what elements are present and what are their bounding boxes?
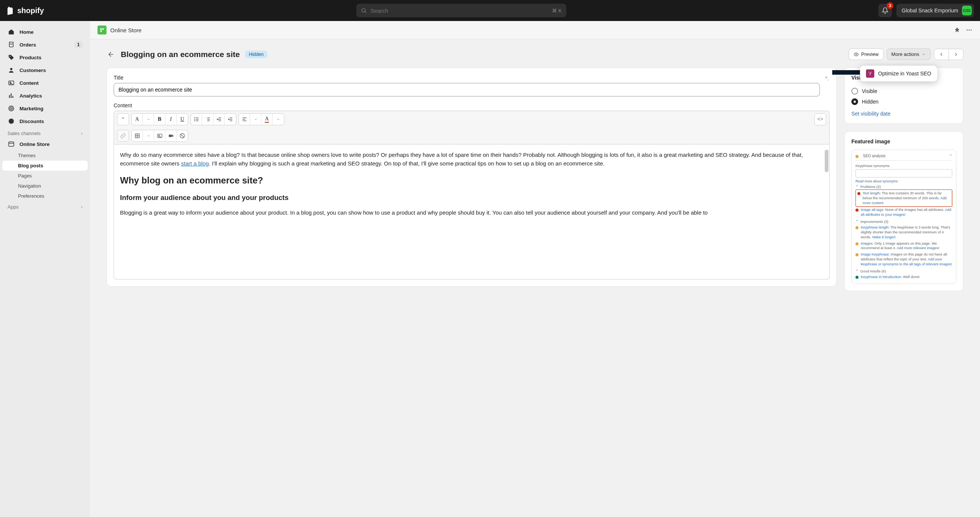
- set-visibility-date-link[interactable]: Set visibility date: [851, 111, 890, 116]
- svg-text:1: 1: [205, 116, 206, 118]
- next-record-button[interactable]: [949, 49, 963, 60]
- content-label: Content: [114, 102, 830, 109]
- sidebar: Home Orders1 Products Customers Content …: [0, 21, 90, 517]
- svg-rect-8: [9, 142, 14, 146]
- ai-icon[interactable]: [823, 75, 830, 82]
- svg-point-2: [10, 68, 13, 70]
- nav-analytics[interactable]: Analytics: [2, 89, 88, 102]
- record-nav: [934, 49, 964, 60]
- improvements-section[interactable]: ⌃Improvements (3): [856, 218, 952, 224]
- seo-item-alt: Image alt tags: None of the images has a…: [856, 207, 952, 218]
- align-dropdown[interactable]: [250, 114, 261, 125]
- number-list-button[interactable]: 1: [202, 114, 213, 125]
- store-account-button[interactable]: Global Snack Emporium GSE: [896, 4, 974, 17]
- link-button[interactable]: [118, 130, 129, 142]
- more-icon[interactable]: [966, 27, 972, 34]
- nav-marketing[interactable]: Marketing: [2, 102, 88, 115]
- sub-preferences[interactable]: Preferences: [2, 191, 88, 201]
- svg-point-17: [194, 119, 195, 119]
- table-dropdown[interactable]: [143, 130, 154, 142]
- align-button[interactable]: [239, 114, 250, 125]
- paragraph-button[interactable]: A: [132, 114, 143, 125]
- editor-scrollbar[interactable]: [825, 150, 829, 172]
- svg-rect-9: [100, 28, 102, 30]
- more-actions-button[interactable]: More actions: [887, 48, 931, 60]
- outdent-button[interactable]: [213, 114, 225, 125]
- nav-home[interactable]: Home: [2, 26, 88, 38]
- pin-icon[interactable]: [954, 27, 961, 34]
- underline-button[interactable]: U: [177, 114, 188, 125]
- problems-section[interactable]: ⌃Problems (2): [856, 183, 952, 190]
- editor-card: Title Content A B I: [107, 67, 837, 287]
- shopify-logo[interactable]: shopify: [6, 6, 44, 15]
- nav-products[interactable]: Products: [2, 51, 88, 64]
- color-dropdown[interactable]: [273, 114, 284, 125]
- nav-customers[interactable]: Customers: [2, 64, 88, 77]
- bullet-list-button[interactable]: [191, 114, 202, 125]
- collapse-icon[interactable]: ⌃: [949, 154, 952, 158]
- nav-discounts[interactable]: Discounts: [2, 115, 88, 128]
- svg-point-16: [194, 117, 195, 118]
- back-button[interactable]: [107, 50, 116, 59]
- good-results-section[interactable]: ⌃Good results (6): [856, 268, 952, 274]
- page-header: Blogging on an ecommerce site Hidden Pre…: [107, 48, 964, 60]
- visibility-hidden-option[interactable]: Hidden: [851, 96, 956, 107]
- nav-content[interactable]: Content: [2, 77, 88, 89]
- clear-format-button[interactable]: [177, 130, 188, 142]
- color-button[interactable]: A: [261, 114, 273, 125]
- bold-button[interactable]: B: [154, 114, 165, 125]
- sub-pages[interactable]: Pages: [2, 171, 88, 181]
- target-icon: [8, 105, 15, 112]
- preview-button[interactable]: Preview: [849, 48, 883, 60]
- ai-tool-button[interactable]: [118, 114, 129, 125]
- analysis-bullet-icon: [856, 155, 859, 158]
- search-box[interactable]: ⌘ K: [356, 4, 566, 17]
- store-avatar: GSE: [962, 6, 972, 15]
- radio-selected-icon: [851, 98, 858, 105]
- chevron-right-icon: ›: [81, 131, 83, 136]
- svg-point-14: [970, 30, 972, 31]
- yoast-dropdown-item[interactable]: Optimize in Yoast SEO: [860, 65, 937, 81]
- search-kbd: ⌘ K: [552, 8, 562, 13]
- yoast-icon: [866, 69, 874, 78]
- image-button[interactable]: [154, 130, 165, 142]
- prev-record-button[interactable]: [934, 49, 949, 60]
- html-button[interactable]: <>: [815, 114, 826, 125]
- svg-rect-3: [9, 81, 14, 85]
- synonyms-link[interactable]: Read more about synonyms: [856, 179, 898, 183]
- content-editor[interactable]: Why do so many ecommerce sites have a bl…: [114, 144, 830, 279]
- synonyms-label: Keyphrase synonyms: [856, 164, 952, 168]
- sales-channels-heading[interactable]: Sales channels›: [2, 128, 88, 138]
- svg-rect-23: [169, 135, 172, 137]
- content-h2: Why blog on an ecommerce site?: [120, 173, 821, 187]
- visibility-visible-option[interactable]: Visible: [851, 86, 956, 96]
- apps-heading[interactable]: Apps›: [2, 201, 88, 211]
- nav-orders[interactable]: Orders1: [2, 38, 88, 51]
- indent-button[interactable]: [225, 114, 236, 125]
- seo-preview-panel: SEO analysis ⌃ Keyphrase synonyms Read m…: [851, 150, 956, 284]
- sub-blog-posts[interactable]: Blog posts: [2, 161, 88, 171]
- italic-button[interactable]: I: [165, 114, 177, 125]
- notifications-button[interactable]: 3: [878, 4, 892, 17]
- orders-badge: 1: [74, 41, 83, 48]
- svg-point-22: [158, 135, 159, 136]
- seo-analysis-label: SEO analysis: [863, 154, 886, 158]
- svg-rect-11: [100, 30, 102, 32]
- search-icon: [361, 8, 367, 13]
- table-button[interactable]: [132, 130, 143, 142]
- video-button[interactable]: [165, 130, 177, 142]
- chevron-right-icon: ›: [81, 204, 83, 210]
- featured-image-card: Featured image SEO analysis ⌃ Keyphrase …: [844, 131, 964, 291]
- search-input[interactable]: [371, 8, 549, 14]
- svg-point-4: [10, 82, 11, 83]
- sub-navigation[interactable]: Navigation: [2, 181, 88, 191]
- synonyms-input[interactable]: [856, 169, 952, 177]
- home-icon: [8, 28, 15, 36]
- title-input[interactable]: [114, 83, 820, 96]
- paragraph-dropdown[interactable]: [143, 114, 154, 125]
- nav-online-store[interactable]: Online Store: [2, 138, 88, 150]
- content-link[interactable]: start a blog: [181, 160, 209, 167]
- sub-themes[interactable]: Themes: [2, 150, 88, 161]
- store-name: Global Snack Emporium: [902, 8, 958, 13]
- discount-icon: [8, 117, 15, 125]
